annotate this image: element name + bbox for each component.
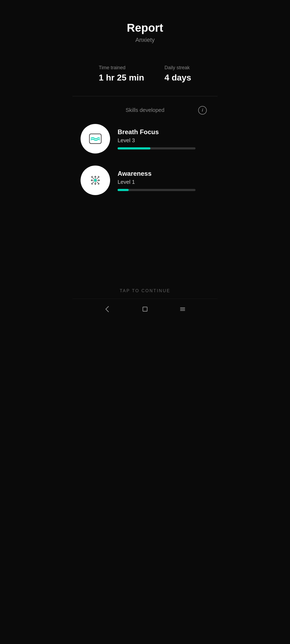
skill-item-breath-focus: Breath Focus Level 3 bbox=[81, 124, 209, 153]
svg-point-1 bbox=[94, 179, 97, 182]
svg-rect-10 bbox=[143, 307, 147, 311]
awareness-name: Awareness bbox=[118, 170, 209, 177]
back-button[interactable] bbox=[103, 304, 112, 314]
breath-focus-info: Breath Focus Level 3 bbox=[118, 128, 209, 149]
breath-focus-icon bbox=[87, 131, 103, 147]
breath-focus-icon-circle bbox=[81, 124, 110, 153]
svg-line-7 bbox=[97, 177, 99, 179]
daily-streak-value: 4 days bbox=[165, 73, 191, 83]
awareness-icon-circle bbox=[81, 166, 110, 195]
page-title: Report bbox=[83, 21, 207, 34]
awareness-progress-fill bbox=[118, 189, 129, 191]
daily-streak-label: Daily streak bbox=[165, 65, 191, 71]
home-button[interactable] bbox=[140, 304, 150, 314]
page-subtitle: Anxiety bbox=[83, 36, 207, 43]
skills-section: Skills developed i Breath Focus Level 3 bbox=[73, 96, 218, 280]
tap-to-continue[interactable]: TAP TO CONTINUE bbox=[73, 280, 218, 299]
svg-line-9 bbox=[97, 182, 99, 184]
home-icon bbox=[141, 305, 149, 313]
time-trained-block: Time trained 1 hr 25 min bbox=[99, 65, 144, 83]
info-icon[interactable]: i bbox=[198, 106, 207, 115]
breath-focus-progress-bg bbox=[118, 147, 195, 149]
header-section: Report Anxiety bbox=[73, 0, 218, 57]
breath-focus-level: Level 3 bbox=[118, 137, 209, 144]
awareness-level: Level 1 bbox=[118, 179, 209, 185]
time-trained-value: 1 hr 25 min bbox=[99, 73, 144, 83]
breath-focus-name: Breath Focus bbox=[118, 128, 209, 136]
time-trained-label: Time trained bbox=[99, 65, 144, 71]
daily-streak-block: Daily streak 4 days bbox=[165, 65, 191, 83]
breath-focus-progress-fill bbox=[118, 147, 150, 149]
stats-section: Time trained 1 hr 25 min Daily streak 4 … bbox=[73, 57, 218, 96]
svg-line-6 bbox=[92, 177, 94, 179]
menu-icon bbox=[179, 305, 186, 313]
nav-bar bbox=[73, 299, 218, 322]
skills-header: Skills developed i bbox=[81, 107, 209, 113]
awareness-icon bbox=[87, 172, 103, 188]
awareness-info: Awareness Level 1 bbox=[118, 170, 209, 191]
menu-button[interactable] bbox=[178, 304, 187, 314]
skill-item-awareness: Awareness Level 1 bbox=[81, 166, 209, 195]
skills-title: Skills developed bbox=[126, 107, 165, 113]
back-icon bbox=[104, 305, 111, 313]
awareness-progress-bg bbox=[118, 189, 195, 191]
svg-line-8 bbox=[92, 182, 94, 184]
